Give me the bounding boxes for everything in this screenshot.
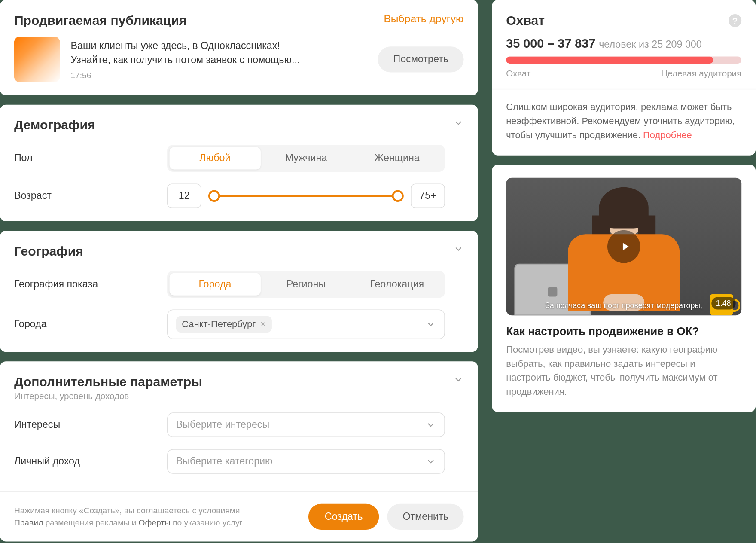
- gender-any[interactable]: Любой: [170, 147, 261, 170]
- rules-link[interactable]: Правил: [14, 518, 43, 528]
- age-slider-max-handle[interactable]: [392, 190, 403, 202]
- city-chip: Санкт-Петербург ×: [176, 316, 272, 333]
- collapse-icon[interactable]: [453, 374, 464, 385]
- gender-segmented: Любой Мужчина Женщина: [167, 145, 445, 172]
- change-publication-link[interactable]: Выбрать другую: [384, 13, 463, 25]
- interests-select[interactable]: Выберите интересы: [167, 412, 445, 437]
- income-label: Личный доход: [14, 455, 167, 467]
- video-caption: За полчаса ваш пост проверят модераторы,: [506, 301, 741, 310]
- reach-people: человек из 25 209 000: [599, 39, 702, 50]
- collapse-icon[interactable]: [453, 118, 464, 128]
- geo-cities[interactable]: Города: [170, 273, 261, 296]
- gender-male[interactable]: Мужчина: [260, 147, 351, 170]
- geo-geolocation[interactable]: Геолокация: [351, 273, 442, 296]
- geo-regions[interactable]: Регионы: [260, 273, 351, 296]
- play-icon[interactable]: [607, 230, 640, 263]
- create-button[interactable]: Создать: [308, 504, 379, 530]
- params-title: Дополнительные параметры: [14, 374, 202, 390]
- demographics-card: Демография Пол Любой Мужчина Женщина Воз…: [0, 105, 478, 221]
- video-card: 1:48 За полчаса ваш пост проверят модера…: [492, 165, 756, 412]
- cities-label: Города: [14, 318, 167, 330]
- publication-thumbnail: [14, 37, 60, 82]
- view-button[interactable]: Посмотреть: [378, 46, 464, 72]
- legal-text: Нажимая кнопку «Создать», вы соглашаетес…: [14, 504, 244, 529]
- chevron-down-icon: [426, 456, 436, 467]
- income-placeholder: Выберите категорию: [176, 455, 273, 467]
- params-subtitle: Интересы, уровень доходов: [14, 391, 202, 401]
- cities-select[interactable]: Санкт-Петербург ×: [167, 310, 445, 339]
- city-chip-label: Санкт-Петербург: [182, 319, 256, 330]
- publication-text-1: Ваши клиенты уже здесь, в Одноклассниках…: [70, 39, 367, 53]
- reach-warning-text: Слишком широкая аудитория, реклама может…: [506, 102, 735, 140]
- reach-title: Охват: [506, 13, 545, 28]
- reach-more-link[interactable]: Подробнее: [643, 130, 692, 140]
- interests-placeholder: Выберите интересы: [176, 419, 270, 430]
- publication-time: 17:56: [70, 70, 367, 80]
- chevron-down-icon: [426, 319, 436, 330]
- gender-female[interactable]: Женщина: [351, 147, 442, 170]
- offer-link[interactable]: Оферты: [139, 518, 171, 528]
- age-max-input[interactable]: 75+: [411, 183, 445, 208]
- age-label: Возраст: [14, 190, 167, 202]
- income-select[interactable]: Выберите категорию: [167, 449, 445, 474]
- demographics-title: Демография: [14, 118, 95, 133]
- publication-text-2: Узнайте, как получить потом заявок с пом…: [70, 53, 367, 67]
- additional-params-card: Дополнительные параметры Интересы, урове…: [0, 361, 478, 491]
- help-icon[interactable]: ?: [729, 14, 741, 27]
- chevron-down-icon: [426, 420, 436, 430]
- age-min-input[interactable]: 12: [167, 183, 201, 208]
- geo-segmented: Города Регионы Геолокация: [167, 271, 445, 298]
- geography-card: География География показа Города Регион…: [0, 231, 478, 352]
- age-slider[interactable]: [210, 190, 402, 202]
- reach-card: Охват ? 35 000 – 37 837 человек из 25 20…: [492, 0, 756, 156]
- interests-label: Интересы: [14, 419, 167, 430]
- video-title: Как настроить продвижение в ОК?: [506, 325, 741, 338]
- reach-range: 35 000 – 37 837: [506, 37, 595, 50]
- remove-city-icon[interactable]: ×: [260, 319, 266, 330]
- cancel-button[interactable]: Отменить: [387, 504, 464, 530]
- age-slider-min-handle[interactable]: [208, 190, 220, 202]
- promoted-title: Продвигаемая публикация: [14, 13, 187, 28]
- geo-type-label: География показа: [14, 278, 167, 290]
- reach-label-right: Целевая аудитория: [661, 68, 741, 78]
- video-description: Посмотрев видео, вы узнаете: какую геогр…: [506, 342, 741, 399]
- video-preview[interactable]: 1:48 За полчаса ваш пост проверят модера…: [506, 178, 741, 316]
- geography-title: География: [14, 244, 83, 259]
- gender-label: Пол: [14, 153, 167, 164]
- promoted-publication-card: Продвигаемая публикация Выбрать другую В…: [0, 0, 478, 95]
- footer-bar: Нажимая кнопку «Создать», вы соглашаетес…: [0, 491, 478, 541]
- collapse-icon[interactable]: [453, 244, 464, 254]
- reach-label-left: Охват: [506, 68, 530, 78]
- reach-bar: [506, 57, 741, 64]
